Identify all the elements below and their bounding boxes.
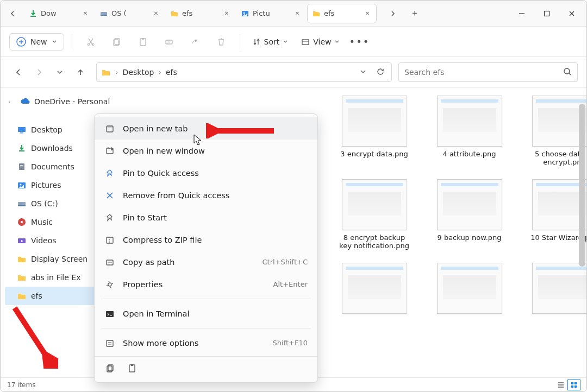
- file-item-partial[interactable]: [522, 263, 586, 314]
- menu-open-new-window[interactable]: Open in new window: [95, 140, 317, 162]
- file-name: 3 encrypt data.png: [340, 150, 408, 158]
- address-dropdown[interactable]: [357, 68, 370, 77]
- menu-bottom-actions: [95, 356, 317, 379]
- menu-properties[interactable]: Properties Alt+Enter: [95, 273, 317, 295]
- breadcrumb-efs[interactable]: efs: [166, 68, 177, 77]
- more-icon: [104, 338, 115, 349]
- file-item-partial[interactable]: [332, 263, 416, 314]
- paste-button[interactable]: [132, 31, 154, 53]
- maximize-button[interactable]: [534, 4, 559, 23]
- chevron-down-icon: [52, 39, 57, 45]
- menu-pin-start[interactable]: Pin to Start: [95, 206, 317, 229]
- share-button[interactable]: [184, 31, 206, 53]
- tab-downloads[interactable]: Dow ✕: [24, 4, 94, 23]
- file-item[interactable]: 3 encrypt data.png: [332, 96, 416, 166]
- picture-icon: [17, 180, 27, 190]
- menu-label: Open in new window: [123, 147, 308, 155]
- breadcrumb-desktop[interactable]: Desktop: [123, 68, 154, 77]
- chevron-down-icon: [334, 39, 340, 45]
- copy-icon[interactable]: [104, 362, 116, 374]
- chevron-down-icon: [283, 39, 288, 45]
- delete-button[interactable]: [210, 31, 232, 53]
- svg-text:A: A: [167, 40, 171, 45]
- tab-scroll-right[interactable]: [383, 4, 403, 23]
- view-dropdown[interactable]: View: [297, 34, 344, 49]
- tab-label: Dow: [41, 9, 78, 17]
- paste-icon[interactable]: [126, 362, 138, 374]
- menu-pin-quick-access[interactable]: Pin to Quick access: [95, 162, 317, 184]
- menu-open-terminal[interactable]: Open in Terminal: [95, 302, 317, 325]
- up-button[interactable]: [71, 63, 90, 81]
- copy-button[interactable]: [106, 31, 128, 53]
- refresh-button[interactable]: [374, 67, 387, 78]
- close-button[interactable]: [559, 4, 584, 23]
- menu-label: Copy as path: [123, 258, 254, 267]
- svg-rect-40: [106, 311, 114, 317]
- menu-separator: [101, 328, 311, 328]
- desktop-icon: [17, 125, 27, 135]
- vertical-scrollbar[interactable]: [579, 104, 585, 267]
- terminal-icon: [104, 308, 115, 319]
- window-controls: [509, 4, 584, 23]
- file-item[interactable]: 8 encrypt backup key notification.png: [332, 179, 416, 250]
- tab-pictures[interactable]: Pictu ✕: [236, 4, 306, 23]
- zip-icon: [104, 235, 115, 245]
- search-box[interactable]: [398, 62, 578, 82]
- more-button[interactable]: •••: [348, 31, 370, 53]
- menu-compress-zip[interactable]: Compress to ZIP file: [95, 229, 317, 251]
- menu-label: Compress to ZIP file: [123, 236, 308, 244]
- file-name: 5 choose data to encrypt.png: [527, 150, 587, 166]
- search-input[interactable]: [404, 68, 563, 77]
- svg-rect-45: [131, 364, 133, 366]
- nav-label: Videos: [31, 236, 57, 245]
- tab-close-icon[interactable]: ✕: [81, 9, 90, 18]
- menu-label: Remove from Quick access: [123, 191, 308, 200]
- cut-button[interactable]: [80, 31, 102, 53]
- forward-button[interactable]: [30, 63, 48, 81]
- file-thumbnail: [532, 263, 587, 314]
- back-button[interactable]: [9, 63, 28, 81]
- svg-rect-22: [20, 167, 23, 167]
- tab-close-icon[interactable]: ✕: [293, 9, 302, 18]
- new-button[interactable]: New: [9, 33, 64, 50]
- tab-scroll-left[interactable]: [3, 4, 22, 23]
- tab-efs-active[interactable]: efs ✕: [307, 4, 377, 23]
- minimize-button[interactable]: [509, 4, 534, 23]
- svg-rect-19: [20, 132, 23, 134]
- sort-dropdown[interactable]: Sort: [248, 34, 293, 49]
- new-window-icon: [104, 146, 115, 156]
- large-icons-view-toggle[interactable]: [568, 380, 580, 390]
- file-thumbnail: [532, 96, 587, 147]
- tab-efs-1[interactable]: efs ✕: [166, 4, 235, 23]
- svg-rect-41: [107, 340, 113, 346]
- new-label: New: [30, 37, 47, 46]
- file-thumbnail: [437, 96, 502, 147]
- file-item-partial[interactable]: [427, 263, 511, 314]
- tab-os-c[interactable]: OS ( ✕: [95, 4, 165, 23]
- nav-label: abs in File Ex: [31, 273, 80, 282]
- file-item[interactable]: 10 Star Wizard.png: [522, 179, 586, 250]
- menu-copy-as-path[interactable]: Copy as path Ctrl+Shift+C: [95, 251, 317, 273]
- tab-close-icon[interactable]: ✕: [152, 9, 160, 18]
- menu-separator: [101, 299, 311, 299]
- svg-rect-18: [18, 127, 26, 132]
- recent-dropdown[interactable]: [51, 63, 69, 81]
- tab-label: efs: [324, 9, 360, 17]
- svg-rect-32: [571, 385, 573, 388]
- details-view-toggle[interactable]: [555, 380, 567, 390]
- file-item[interactable]: 5 choose data to encrypt.png: [522, 96, 586, 166]
- address-bar[interactable]: › Desktop › efs: [96, 62, 392, 82]
- nav-onedrive[interactable]: › OneDrive - Personal: [5, 92, 116, 111]
- tab-close-icon[interactable]: ✕: [363, 9, 372, 18]
- svg-rect-1: [101, 15, 107, 16]
- menu-remove-quick-access[interactable]: Remove from Quick access: [95, 184, 317, 206]
- new-tab-button[interactable]: ＋: [405, 4, 424, 23]
- menu-show-more-options[interactable]: Show more options Shift+F10: [95, 332, 317, 354]
- rename-button[interactable]: A: [158, 31, 180, 53]
- file-item[interactable]: 4 attribute.png: [427, 96, 511, 166]
- file-item[interactable]: 9 backup now.png: [427, 179, 511, 250]
- tab-close-icon[interactable]: ✕: [222, 9, 231, 18]
- folder-icon: [17, 273, 27, 282]
- command-toolbar: New A Sort View: [1, 27, 586, 57]
- svg-rect-37: [107, 237, 113, 243]
